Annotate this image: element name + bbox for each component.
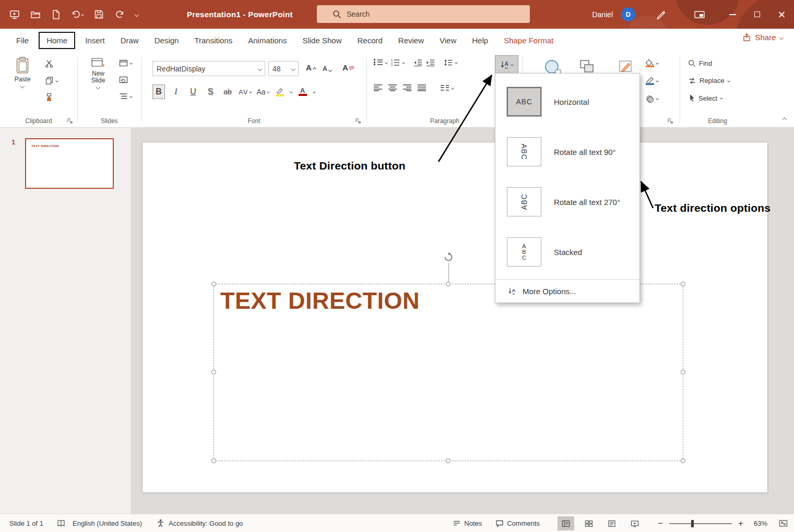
font-color-dropdown-icon[interactable] (313, 90, 316, 93)
zoom-slider[interactable] (669, 523, 732, 524)
presenter-display-icon[interactable] (694, 10, 705, 19)
text-direction-button[interactable]: A (495, 55, 518, 74)
decrease-font-size-button[interactable]: A (323, 65, 331, 72)
selection-handle-sw[interactable] (211, 458, 216, 463)
select-button[interactable]: Select (688, 94, 722, 102)
align-left-button[interactable] (374, 84, 382, 91)
tab-insert[interactable]: Insert (77, 31, 113, 50)
drawing-dialog-launcher[interactable] (667, 118, 674, 125)
undo-icon[interactable] (71, 10, 84, 19)
fit-to-window-button[interactable] (779, 519, 788, 527)
change-case-button[interactable]: Aa (256, 84, 269, 99)
slide-text[interactable]: TEXT DIRECTION (220, 287, 420, 315)
save-icon[interactable] (94, 9, 104, 19)
accessibility-status[interactable]: Accessibility: Good to go (169, 519, 243, 527)
bold-button[interactable]: B (152, 84, 165, 99)
selection-handle-w[interactable] (211, 370, 216, 374)
text-box[interactable]: TEXT DIRECTION (214, 284, 683, 461)
copy-icon[interactable] (45, 76, 58, 85)
search-box[interactable] (317, 5, 530, 23)
font-dialog-launcher[interactable] (355, 118, 362, 125)
font-color-button[interactable]: A (297, 84, 309, 99)
format-painter-icon[interactable] (45, 93, 53, 102)
selection-handle-se[interactable] (681, 458, 685, 463)
highlight-dropdown-icon[interactable] (290, 90, 293, 93)
menu-item-rotate-90[interactable]: ABC Rotate all text 90° (495, 127, 639, 177)
tab-animations[interactable]: Animations (240, 31, 294, 50)
highlight-color-button[interactable] (274, 84, 286, 99)
accessibility-icon[interactable] (157, 519, 164, 527)
replace-button[interactable]: Replace (688, 77, 730, 84)
tab-file[interactable]: File (8, 31, 37, 50)
redo-icon[interactable] (114, 10, 125, 19)
align-right-button[interactable] (403, 84, 411, 91)
minimize-button[interactable] (720, 0, 745, 29)
slide-sorter-view-button[interactable] (580, 516, 597, 530)
clipboard-dialog-launcher[interactable] (67, 118, 74, 125)
strikethrough-button[interactable]: ab (221, 84, 234, 99)
menu-item-horizontal[interactable]: ABC Horizontal (495, 77, 639, 127)
selection-handle-ne[interactable] (681, 282, 685, 286)
spell-check-icon[interactable] (57, 519, 65, 527)
align-justify-button[interactable] (418, 84, 426, 91)
numbering-button[interactable]: 123 (391, 58, 405, 66)
zoom-in-button[interactable]: + (738, 518, 743, 529)
zoom-out-button[interactable]: − (658, 518, 663, 529)
menu-item-stacked[interactable]: ABC Stacked (495, 227, 639, 277)
tab-record[interactable]: Record (349, 31, 390, 50)
share-button[interactable]: Share (743, 33, 783, 42)
tab-transitions[interactable]: Transitions (186, 31, 240, 50)
close-button[interactable]: × (769, 0, 794, 29)
tab-shape-format[interactable]: Shape Format (496, 31, 561, 50)
rotation-handle-icon[interactable] (443, 252, 454, 262)
font-name-combobox[interactable]: RedHatDisplay (152, 61, 265, 76)
slide[interactable]: TEXT DIRECTION (142, 142, 768, 493)
clear-formatting-button[interactable]: A (342, 64, 354, 71)
cut-icon[interactable] (45, 59, 53, 68)
undo-dropdown-icon[interactable] (81, 13, 84, 16)
pen-mode-icon[interactable] (656, 9, 667, 20)
italic-button[interactable]: I (170, 84, 182, 99)
section-icon[interactable] (119, 93, 132, 100)
open-folder-icon[interactable] (30, 10, 41, 19)
reading-view-button[interactable] (603, 516, 620, 530)
search-input[interactable] (347, 10, 503, 18)
paste-button[interactable]: Paste (8, 56, 37, 88)
avatar[interactable]: D (621, 7, 635, 21)
maximize-button[interactable] (745, 0, 769, 29)
increase-indent-button[interactable] (426, 59, 435, 66)
underline-button[interactable]: U (187, 84, 199, 99)
find-button[interactable]: Find (688, 59, 712, 67)
align-center-button[interactable] (388, 84, 397, 91)
columns-button[interactable] (441, 84, 454, 91)
tab-review[interactable]: Review (390, 31, 432, 50)
menu-item-more-options[interactable]: A More Options... (495, 280, 639, 303)
language-indicator[interactable]: English (United States) (73, 519, 142, 527)
decrease-indent-button[interactable] (413, 59, 422, 66)
zoom-level[interactable]: 63% (754, 519, 767, 527)
selection-handle-s[interactable] (446, 458, 451, 463)
tab-draw[interactable]: Draw (113, 31, 147, 50)
menu-item-rotate-270[interactable]: ABC Rotate all text 270° (495, 177, 639, 227)
tab-home[interactable]: Home (39, 32, 75, 49)
tab-design[interactable]: Design (147, 31, 187, 50)
slide-layout-icon[interactable] (119, 59, 132, 67)
bullets-button[interactable] (374, 59, 387, 66)
character-spacing-button[interactable]: AV (239, 84, 252, 99)
slideshow-icon[interactable] (9, 9, 20, 20)
selection-handle-e[interactable] (681, 370, 685, 374)
qat-customize-icon[interactable] (135, 13, 138, 16)
slide-thumbnail[interactable]: TEXT DIRECTION (25, 138, 114, 189)
tab-view[interactable]: View (432, 31, 464, 50)
increase-font-size-button[interactable]: A (306, 64, 316, 71)
new-file-icon[interactable] (51, 9, 61, 20)
text-shadow-button[interactable]: S (204, 84, 217, 99)
selection-handle-n[interactable] (446, 282, 451, 286)
collapse-ribbon-button[interactable] (783, 116, 786, 123)
tab-slide-show[interactable]: Slide Show (294, 31, 349, 50)
line-spacing-button[interactable] (444, 59, 457, 66)
normal-view-button[interactable] (558, 516, 574, 530)
reset-slide-icon[interactable] (119, 76, 128, 83)
user-name[interactable]: Daniel (592, 10, 613, 19)
shape-effects-button[interactable] (645, 94, 658, 103)
